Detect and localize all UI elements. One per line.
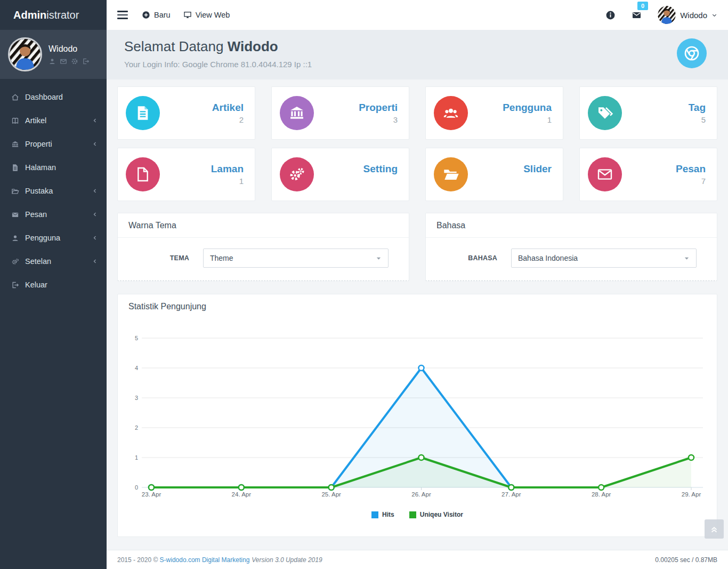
- folder-open-icon: [11, 187, 25, 195]
- sidebar-item-artikel[interactable]: Artikel: [0, 109, 107, 132]
- avatar: [8, 37, 42, 71]
- legend-item[interactable]: Uniqeu Visitor: [409, 511, 463, 518]
- sidebar-user-panel: Widodo: [0, 30, 107, 79]
- chart-title: Statistik Pengunjung: [118, 294, 717, 318]
- cogs-icon: [280, 157, 314, 191]
- chrome-browser-icon: [677, 38, 707, 68]
- chevron-left-icon: [92, 141, 98, 147]
- stat-count: 1: [211, 177, 244, 186]
- stat-title: Pesan: [676, 163, 706, 175]
- stat-card-pengguna[interactable]: Pengguna1: [425, 86, 563, 140]
- sidebar-item-pustaka[interactable]: Pustaka: [0, 179, 107, 203]
- user-icon: [11, 234, 25, 242]
- envelope-outline-icon: [588, 157, 622, 191]
- login-info: Your Login Info: Google Chrome 81.0.4044…: [124, 60, 710, 69]
- sidebar-item-pengguna[interactable]: Pengguna: [0, 226, 107, 250]
- stat-card-tag[interactable]: Tag5: [579, 86, 717, 140]
- language-select-value: Bahasa Indonesia: [518, 254, 578, 262]
- view-web-label: View Web: [196, 11, 230, 19]
- chevron-down-icon: [711, 11, 717, 20]
- stat-card-pesan[interactable]: Pesan7: [579, 148, 717, 201]
- bank-icon: [11, 140, 25, 148]
- svg-text:27. Apr: 27. Apr: [501, 491, 521, 498]
- logout-icon[interactable]: [82, 58, 90, 65]
- sidebar-item-setelan[interactable]: Setelan: [0, 250, 107, 273]
- profile-icon[interactable]: [48, 58, 56, 65]
- brand-logo[interactable]: Administrator: [0, 0, 107, 30]
- stat-card-laman[interactable]: Laman1: [117, 148, 255, 201]
- chart-legend: HitsUniqeu Visitor: [118, 511, 717, 518]
- stat-card-properti[interactable]: Properti3: [271, 86, 409, 140]
- welcome-user-name: Widodo: [228, 38, 278, 54]
- bank-icon: [280, 96, 314, 130]
- svg-text:25. Apr: 25. Apr: [321, 491, 341, 498]
- stat-title: Setting: [363, 163, 398, 175]
- new-button-label: Baru: [154, 11, 171, 19]
- language-select[interactable]: Bahasa Indonesia: [511, 249, 697, 268]
- settings-panels: Warna Tema TEMA Theme Bahasa BAHASA: [117, 213, 717, 281]
- sidebar-item-label: Properti: [25, 140, 52, 148]
- svg-text:26. Apr: 26. Apr: [411, 491, 431, 498]
- copyright-text: 2015 - 2020 ©: [117, 556, 158, 564]
- info-icon[interactable]: [605, 10, 616, 20]
- main-column: Baru View Web 0: [107, 0, 728, 569]
- legend-swatch: [409, 511, 416, 518]
- svg-text:28. Apr: 28. Apr: [592, 491, 611, 498]
- chevron-left-icon: [92, 258, 98, 265]
- sidebar-item-pesan[interactable]: Pesan: [0, 203, 107, 226]
- stat-count: 2: [212, 115, 244, 124]
- scroll-to-top-button[interactable]: [705, 519, 724, 539]
- file-text-icon: [126, 96, 160, 130]
- signout-icon: [11, 281, 25, 289]
- chevron-left-icon: [92, 211, 98, 218]
- stat-card-slider[interactable]: Slider: [425, 148, 563, 201]
- sidebar-item-halaman[interactable]: Halaman: [0, 156, 107, 179]
- stat-card-artikel[interactable]: Artikel2: [117, 86, 255, 140]
- avatar: [658, 6, 676, 24]
- user-quick-actions: [48, 58, 90, 65]
- new-button[interactable]: Baru: [142, 11, 171, 19]
- theme-select[interactable]: Theme: [203, 249, 389, 268]
- stat-title: Laman: [211, 163, 244, 175]
- sidebar-item-properti[interactable]: Properti: [0, 132, 107, 156]
- view-web-button[interactable]: View Web: [183, 11, 230, 19]
- stat-title: Slider: [523, 163, 552, 175]
- sidebar-item-keluar[interactable]: Keluar: [0, 273, 107, 296]
- sidebar-item-label: Pustaka: [25, 187, 53, 195]
- footer-link[interactable]: S-widodo.com Digital Marketing: [160, 556, 250, 564]
- users-icon: [434, 96, 468, 130]
- gear-icon[interactable]: [71, 58, 78, 65]
- stat-count: 5: [689, 115, 706, 124]
- theme-panel: Warna Tema TEMA Theme: [117, 213, 409, 281]
- file-icon: [11, 164, 25, 172]
- stat-title: Artikel: [212, 102, 244, 114]
- chevron-left-icon: [92, 117, 98, 124]
- sidebar-toggle-icon[interactable]: [117, 11, 128, 19]
- sidebar-item-dashboard[interactable]: Dashboard: [0, 85, 107, 109]
- sidebar-item-label: Dashboard: [25, 93, 63, 101]
- file-outline-icon: [126, 157, 160, 191]
- plus-circle-icon: [142, 11, 150, 19]
- version-text: Version 3.0 Update 2019: [252, 556, 322, 564]
- app-root: Administrator: [0, 0, 728, 569]
- user-menu[interactable]: Widodo: [658, 6, 717, 24]
- chevron-down-icon: [376, 255, 382, 261]
- mail-icon[interactable]: [60, 58, 67, 65]
- sidebar-item-label: Artikel: [25, 116, 46, 125]
- sidebar-item-label: Pesan: [25, 210, 47, 219]
- stat-card-setting[interactable]: Setting: [271, 148, 409, 201]
- gears-icon: [11, 258, 25, 266]
- brand-bold: Admin: [13, 9, 46, 21]
- visitor-stats-panel: Statistik Pengunjung 01234523. Apr24. Ap…: [117, 294, 717, 537]
- messages-icon[interactable]: 0: [632, 10, 642, 20]
- page-title: Selamat Datang Widodo: [124, 38, 710, 55]
- desktop-icon: [183, 11, 192, 19]
- svg-text:3: 3: [135, 395, 138, 401]
- mail-count-badge: 0: [637, 2, 648, 10]
- svg-text:23. Apr: 23. Apr: [142, 491, 161, 498]
- folder-open-icon: [434, 157, 468, 191]
- legend-item[interactable]: Hits: [371, 511, 394, 518]
- stat-count: [523, 177, 552, 186]
- sidebar-user-name: Widodo: [48, 44, 90, 54]
- sidebar-item-label: Keluar: [25, 281, 47, 289]
